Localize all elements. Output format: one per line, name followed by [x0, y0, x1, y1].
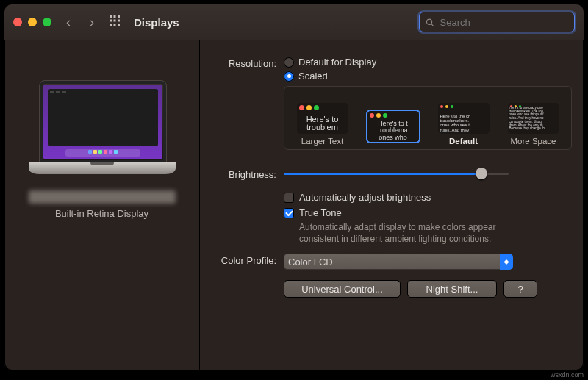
radio-icon [284, 57, 294, 68]
select-value: Color LCD [288, 257, 333, 268]
svg-line-10 [431, 24, 434, 26]
grid-icon [109, 15, 121, 26]
checkbox-label: True Tone [299, 207, 342, 218]
svg-rect-3 [110, 20, 112, 22]
help-button[interactable]: ? [503, 280, 537, 298]
display-name: Built-in Retina Display [55, 208, 148, 219]
minimize-icon[interactable] [28, 18, 37, 26]
radio-label: Default for Display [298, 57, 376, 68]
checkbox-label: Automatically adjust brightness [299, 192, 431, 203]
scale-option-default[interactable]: Here's to the cr troublemakers. ones who… [438, 103, 490, 146]
chevron-left-icon: ‹ [66, 15, 71, 29]
brightness-slider[interactable] [284, 168, 509, 179]
preferences-window: ‹ › Displays Built-in Retina Display Res… [4, 4, 584, 370]
svg-rect-2 [118, 15, 120, 18]
watermark: wsxdn.com [551, 371, 584, 379]
slider-knob-icon[interactable] [476, 168, 487, 179]
close-icon[interactable] [13, 18, 22, 26]
updown-caret-icon [500, 254, 513, 270]
svg-rect-4 [114, 20, 116, 22]
scaled-resolution-picker: Here's to troublem Larger Text Here's to… [284, 86, 572, 150]
svg-rect-7 [114, 24, 116, 26]
checkbox-icon [284, 193, 294, 203]
zoom-icon[interactable] [43, 18, 51, 26]
brightness-label: Brightness: [212, 168, 276, 180]
color-profile-select[interactable]: Color LCD [284, 254, 513, 270]
true-tone-checkbox[interactable]: True Tone [284, 207, 572, 218]
search-icon [426, 18, 434, 27]
resolution-scaled-option[interactable]: Scaled [284, 71, 572, 82]
checkbox-icon [284, 208, 294, 218]
svg-rect-8 [118, 24, 120, 26]
night-shift-button[interactable]: Night Shift... [407, 280, 497, 298]
display-thumbnail[interactable] [29, 80, 176, 174]
universal-control-button[interactable]: Universal Control... [284, 280, 401, 298]
radio-icon [284, 71, 294, 82]
window-controls [13, 18, 51, 26]
scale-option-more-space[interactable]: Here's to the crazy one troublemakers. T… [508, 103, 559, 146]
svg-rect-6 [110, 24, 112, 26]
search-input[interactable] [439, 16, 568, 29]
sidebar: Built-in Retina Display [4, 40, 200, 371]
svg-rect-5 [118, 20, 120, 22]
chevron-right-icon: › [90, 15, 94, 29]
scale-option-2[interactable]: Here's to t troublema ones who [367, 110, 420, 146]
show-all-button[interactable] [109, 15, 121, 29]
forward-button[interactable]: › [85, 15, 98, 29]
resolution-label: Resolution: [212, 57, 276, 150]
scale-option-larger-text[interactable]: Here's to troublem Larger Text [297, 103, 348, 146]
svg-point-9 [426, 19, 431, 24]
page-title: Displays [134, 16, 179, 29]
search-field[interactable] [419, 12, 575, 32]
svg-rect-0 [110, 15, 112, 18]
svg-rect-1 [114, 15, 116, 18]
display-model-redacted [29, 190, 176, 204]
titlebar: ‹ › Displays [4, 4, 584, 40]
color-profile-label: Color Profile: [212, 254, 276, 270]
settings-panel: Resolution: Default for Display Scaled H… [200, 40, 584, 371]
radio-label: Scaled [298, 71, 328, 82]
true-tone-description: Automatically adapt display to make colo… [299, 221, 512, 245]
back-button[interactable]: ‹ [62, 15, 75, 29]
resolution-default-option[interactable]: Default for Display [284, 57, 572, 68]
auto-brightness-checkbox[interactable]: Automatically adjust brightness [284, 192, 572, 203]
